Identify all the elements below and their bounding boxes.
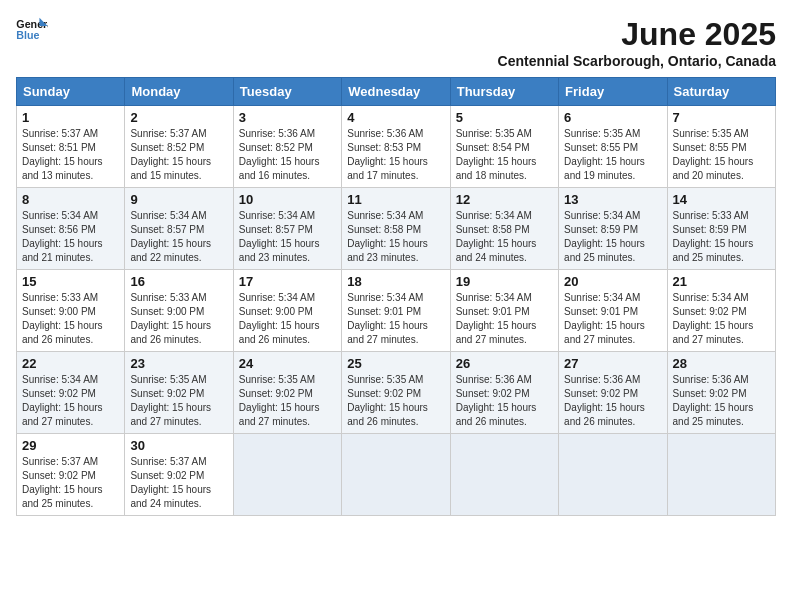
day-number: 30: [130, 438, 227, 453]
day-number: 6: [564, 110, 661, 125]
day-info: Sunrise: 5:34 AMSunset: 8:57 PMDaylight:…: [239, 209, 336, 265]
calendar-day-16: 16Sunrise: 5:33 AMSunset: 9:00 PMDayligh…: [125, 270, 233, 352]
calendar-day-14: 14Sunrise: 5:33 AMSunset: 8:59 PMDayligh…: [667, 188, 775, 270]
day-number: 17: [239, 274, 336, 289]
day-number: 3: [239, 110, 336, 125]
calendar-day-26: 26Sunrise: 5:36 AMSunset: 9:02 PMDayligh…: [450, 352, 558, 434]
day-info: Sunrise: 5:36 AMSunset: 8:52 PMDaylight:…: [239, 127, 336, 183]
empty-cell: [233, 434, 341, 516]
day-number: 18: [347, 274, 444, 289]
day-info: Sunrise: 5:34 AMSunset: 8:58 PMDaylight:…: [456, 209, 553, 265]
day-info: Sunrise: 5:36 AMSunset: 9:02 PMDaylight:…: [673, 373, 770, 429]
weekday-header-friday: Friday: [559, 78, 667, 106]
day-number: 19: [456, 274, 553, 289]
day-info: Sunrise: 5:34 AMSunset: 9:00 PMDaylight:…: [239, 291, 336, 347]
day-number: 2: [130, 110, 227, 125]
calendar-day-24: 24Sunrise: 5:35 AMSunset: 9:02 PMDayligh…: [233, 352, 341, 434]
day-info: Sunrise: 5:34 AMSunset: 8:58 PMDaylight:…: [347, 209, 444, 265]
day-number: 25: [347, 356, 444, 371]
day-number: 8: [22, 192, 119, 207]
day-info: Sunrise: 5:35 AMSunset: 9:02 PMDaylight:…: [347, 373, 444, 429]
day-number: 24: [239, 356, 336, 371]
day-info: Sunrise: 5:37 AMSunset: 8:51 PMDaylight:…: [22, 127, 119, 183]
day-info: Sunrise: 5:35 AMSunset: 8:55 PMDaylight:…: [673, 127, 770, 183]
calendar-day-4: 4Sunrise: 5:36 AMSunset: 8:53 PMDaylight…: [342, 106, 450, 188]
calendar-subtitle: Centennial Scarborough, Ontario, Canada: [498, 53, 776, 69]
day-info: Sunrise: 5:35 AMSunset: 9:02 PMDaylight:…: [239, 373, 336, 429]
calendar-day-22: 22Sunrise: 5:34 AMSunset: 9:02 PMDayligh…: [17, 352, 125, 434]
empty-cell: [667, 434, 775, 516]
empty-cell: [450, 434, 558, 516]
calendar-day-30: 30Sunrise: 5:37 AMSunset: 9:02 PMDayligh…: [125, 434, 233, 516]
calendar-day-12: 12Sunrise: 5:34 AMSunset: 8:58 PMDayligh…: [450, 188, 558, 270]
day-number: 12: [456, 192, 553, 207]
calendar-day-9: 9Sunrise: 5:34 AMSunset: 8:57 PMDaylight…: [125, 188, 233, 270]
day-info: Sunrise: 5:33 AMSunset: 9:00 PMDaylight:…: [22, 291, 119, 347]
day-number: 11: [347, 192, 444, 207]
calendar-day-28: 28Sunrise: 5:36 AMSunset: 9:02 PMDayligh…: [667, 352, 775, 434]
day-info: Sunrise: 5:35 AMSunset: 8:55 PMDaylight:…: [564, 127, 661, 183]
calendar-day-2: 2Sunrise: 5:37 AMSunset: 8:52 PMDaylight…: [125, 106, 233, 188]
calendar-week-2: 8Sunrise: 5:34 AMSunset: 8:56 PMDaylight…: [17, 188, 776, 270]
day-number: 1: [22, 110, 119, 125]
calendar-table: SundayMondayTuesdayWednesdayThursdayFrid…: [16, 77, 776, 516]
calendar-day-3: 3Sunrise: 5:36 AMSunset: 8:52 PMDaylight…: [233, 106, 341, 188]
weekday-header-tuesday: Tuesday: [233, 78, 341, 106]
calendar-week-1: 1Sunrise: 5:37 AMSunset: 8:51 PMDaylight…: [17, 106, 776, 188]
day-number: 23: [130, 356, 227, 371]
calendar-week-4: 22Sunrise: 5:34 AMSunset: 9:02 PMDayligh…: [17, 352, 776, 434]
day-info: Sunrise: 5:35 AMSunset: 8:54 PMDaylight:…: [456, 127, 553, 183]
calendar-day-25: 25Sunrise: 5:35 AMSunset: 9:02 PMDayligh…: [342, 352, 450, 434]
day-number: 14: [673, 192, 770, 207]
day-number: 28: [673, 356, 770, 371]
day-info: Sunrise: 5:37 AMSunset: 9:02 PMDaylight:…: [130, 455, 227, 511]
day-number: 4: [347, 110, 444, 125]
calendar-day-20: 20Sunrise: 5:34 AMSunset: 9:01 PMDayligh…: [559, 270, 667, 352]
calendar-day-23: 23Sunrise: 5:35 AMSunset: 9:02 PMDayligh…: [125, 352, 233, 434]
day-info: Sunrise: 5:36 AMSunset: 9:02 PMDaylight:…: [564, 373, 661, 429]
empty-cell: [342, 434, 450, 516]
weekday-header-wednesday: Wednesday: [342, 78, 450, 106]
calendar-day-27: 27Sunrise: 5:36 AMSunset: 9:02 PMDayligh…: [559, 352, 667, 434]
weekday-header-thursday: Thursday: [450, 78, 558, 106]
day-info: Sunrise: 5:36 AMSunset: 8:53 PMDaylight:…: [347, 127, 444, 183]
day-number: 27: [564, 356, 661, 371]
day-info: Sunrise: 5:34 AMSunset: 8:57 PMDaylight:…: [130, 209, 227, 265]
calendar-day-29: 29Sunrise: 5:37 AMSunset: 9:02 PMDayligh…: [17, 434, 125, 516]
calendar-day-17: 17Sunrise: 5:34 AMSunset: 9:00 PMDayligh…: [233, 270, 341, 352]
day-info: Sunrise: 5:34 AMSunset: 8:59 PMDaylight:…: [564, 209, 661, 265]
empty-cell: [559, 434, 667, 516]
day-number: 29: [22, 438, 119, 453]
day-info: Sunrise: 5:34 AMSunset: 9:01 PMDaylight:…: [564, 291, 661, 347]
day-number: 13: [564, 192, 661, 207]
calendar-day-8: 8Sunrise: 5:34 AMSunset: 8:56 PMDaylight…: [17, 188, 125, 270]
calendar-day-11: 11Sunrise: 5:34 AMSunset: 8:58 PMDayligh…: [342, 188, 450, 270]
day-info: Sunrise: 5:34 AMSunset: 9:01 PMDaylight:…: [347, 291, 444, 347]
day-info: Sunrise: 5:33 AMSunset: 8:59 PMDaylight:…: [673, 209, 770, 265]
day-info: Sunrise: 5:34 AMSunset: 8:56 PMDaylight:…: [22, 209, 119, 265]
weekday-header-saturday: Saturday: [667, 78, 775, 106]
day-info: Sunrise: 5:34 AMSunset: 9:02 PMDaylight:…: [673, 291, 770, 347]
day-number: 20: [564, 274, 661, 289]
calendar-title: June 2025: [498, 16, 776, 53]
calendar-week-3: 15Sunrise: 5:33 AMSunset: 9:00 PMDayligh…: [17, 270, 776, 352]
day-number: 26: [456, 356, 553, 371]
day-number: 9: [130, 192, 227, 207]
day-number: 16: [130, 274, 227, 289]
calendar-day-19: 19Sunrise: 5:34 AMSunset: 9:01 PMDayligh…: [450, 270, 558, 352]
logo-icon: General Blue: [16, 16, 48, 44]
day-number: 5: [456, 110, 553, 125]
day-info: Sunrise: 5:33 AMSunset: 9:00 PMDaylight:…: [130, 291, 227, 347]
calendar-day-18: 18Sunrise: 5:34 AMSunset: 9:01 PMDayligh…: [342, 270, 450, 352]
calendar-day-15: 15Sunrise: 5:33 AMSunset: 9:00 PMDayligh…: [17, 270, 125, 352]
title-area: June 2025 Centennial Scarborough, Ontari…: [498, 16, 776, 69]
day-number: 22: [22, 356, 119, 371]
day-info: Sunrise: 5:34 AMSunset: 9:01 PMDaylight:…: [456, 291, 553, 347]
calendar-day-5: 5Sunrise: 5:35 AMSunset: 8:54 PMDaylight…: [450, 106, 558, 188]
day-info: Sunrise: 5:34 AMSunset: 9:02 PMDaylight:…: [22, 373, 119, 429]
day-number: 10: [239, 192, 336, 207]
weekday-header-row: SundayMondayTuesdayWednesdayThursdayFrid…: [17, 78, 776, 106]
day-number: 15: [22, 274, 119, 289]
weekday-header-monday: Monday: [125, 78, 233, 106]
header: General Blue June 2025 Centennial Scarbo…: [16, 16, 776, 69]
